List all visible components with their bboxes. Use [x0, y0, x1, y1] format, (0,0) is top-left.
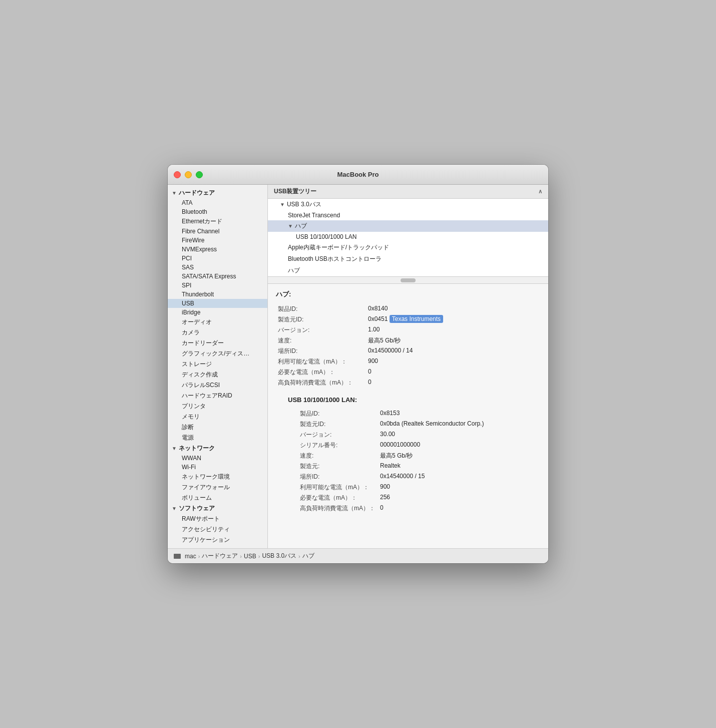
tree-area: ▼ USB 3.0バス StoreJet Transcend ▼ ハブ USB … — [268, 199, 548, 277]
label: 速度: — [276, 335, 366, 346]
scrollbar-thumb[interactable] — [401, 278, 416, 282]
sidebar-item-network-env[interactable]: ネットワーク環境 — [168, 472, 267, 482]
sidebar-item-ata[interactable]: ATA — [168, 198, 267, 207]
sidebar-section-hardware[interactable]: ▼ ハードウェア — [168, 188, 267, 198]
sidebar-item-diagnostics[interactable]: 診断 — [168, 422, 267, 433]
tree-row-usb30[interactable]: ▼ USB 3.0バス — [268, 199, 548, 210]
section-hardware-label: ハードウェア — [179, 189, 215, 197]
detail-area[interactable]: ハブ: 製品ID: 0x8140 製造元ID: 0x0451 Texas Ins… — [268, 284, 548, 548]
breadcrumb-item-4[interactable]: ハブ — [302, 552, 314, 560]
value: 900 — [378, 482, 540, 493]
tree-arrow-icon: ▼ — [280, 202, 285, 207]
sidebar-item-ethernet[interactable]: Ethernetカード — [168, 216, 267, 227]
sidebar-item-graphics[interactable]: グラフィックス/ディス… — [168, 348, 267, 359]
value: 0x14500000 / 14 — [366, 346, 540, 356]
label: バージョン: — [276, 325, 366, 335]
maximize-button[interactable] — [196, 171, 203, 178]
scrollbar-area — [268, 277, 548, 284]
table-row: シリアル番号: 000001000000 — [288, 440, 540, 451]
sidebar-item-camera[interactable]: カメラ — [168, 327, 267, 338]
sidebar-item-wwan[interactable]: WWAN — [168, 454, 267, 463]
tree-row-hub[interactable]: ▼ ハブ — [268, 220, 548, 232]
value: 0 — [366, 378, 540, 388]
value: 900 — [366, 356, 540, 367]
arrow-icon: ▼ — [172, 190, 177, 196]
label: 利用可能な電流（mA）： — [288, 482, 378, 493]
separator-2: › — [240, 553, 242, 559]
close-button[interactable] — [174, 171, 181, 178]
tree-row-hub2[interactable]: ハブ — [268, 265, 548, 276]
table-row: 必要な電流（mA）： 256 — [288, 493, 540, 503]
label: 速度: — [288, 451, 378, 461]
sidebar-item-bluetooth[interactable]: Bluetooth — [168, 207, 267, 216]
tree-row-label: ハブ — [288, 266, 300, 275]
tree-row-lan[interactable]: USB 10/100/1000 LAN — [268, 232, 548, 242]
sidebar-item-disk-utility[interactable]: ディスク作成 — [168, 370, 267, 380]
table-row: 利用可能な電流（mA）： 900 — [276, 356, 540, 367]
breadcrumb-item-3[interactable]: USB 3.0バス — [262, 552, 296, 560]
sidebar-section-software[interactable]: ▼ ソフトウェア — [168, 503, 267, 514]
lan-section-title: USB 10/100/1000 LAN: — [288, 396, 540, 404]
sidebar-item-hardware-raid[interactable]: ハードウェアRAID — [168, 391, 267, 401]
window-controls — [174, 171, 203, 178]
sidebar-item-applications[interactable]: アプリケーション — [168, 535, 267, 545]
label: 製造元: — [288, 461, 378, 472]
tree-row-label: ハブ — [295, 222, 307, 230]
sidebar-item-firewall[interactable]: ファイアウォール — [168, 482, 267, 493]
sidebar-item-ibridge[interactable]: iBridge — [168, 308, 267, 317]
arrow-icon-network: ▼ — [172, 446, 177, 451]
lan-detail-table: 製品ID: 0x8153 製造元ID: 0x0bda (Realtek Semi… — [288, 409, 540, 514]
minimize-button[interactable] — [185, 171, 192, 178]
tree-row-label: StoreJet Transcend — [288, 212, 340, 219]
label: 場所ID: — [276, 346, 366, 356]
value: 0x0451 Texas Instruments — [366, 314, 540, 325]
tree-row-bt-usb[interactable]: Bluetooth USBホストコントローラ — [268, 253, 548, 265]
sidebar-item-sata[interactable]: SATA/SATA Express — [168, 272, 267, 281]
label: バージョン: — [288, 430, 378, 440]
breadcrumb-item-0[interactable]: mac — [185, 553, 196, 560]
sidebar-item-firewire[interactable]: FireWire — [168, 236, 267, 245]
value: 0 — [378, 503, 540, 514]
table-row: 速度: 最高5 Gb/秒 — [276, 335, 540, 346]
tree-row-storejet[interactable]: StoreJet Transcend — [268, 210, 548, 220]
texas-instruments-badge: Texas Instruments — [390, 315, 443, 323]
sidebar-item-accessibility[interactable]: アクセシビリティ — [168, 524, 267, 535]
sidebar-item-thunderbolt[interactable]: Thunderbolt — [168, 290, 267, 299]
label: シリアル番号: — [288, 440, 378, 451]
value: 0x14540000 / 15 — [378, 472, 540, 482]
sidebar-item-audio[interactable]: オーディオ — [168, 317, 267, 327]
sidebar-item-memory[interactable]: メモリ — [168, 412, 267, 422]
table-row: 製品ID: 0x8153 — [288, 409, 540, 419]
sidebar-item-wifi[interactable]: Wi-Fi — [168, 463, 267, 472]
breadcrumb-item-2[interactable]: USB — [244, 553, 256, 560]
window-title: MacBook Pro — [337, 171, 379, 178]
value: 1.00 — [366, 325, 540, 335]
sidebar-section-network[interactable]: ▼ ネットワーク — [168, 443, 267, 454]
sidebar-item-raw[interactable]: RAWサポート — [168, 514, 267, 524]
tree-row-keyboard[interactable]: Apple内蔵キーボード/トラックパッド — [268, 242, 548, 253]
sidebar-item-cardreader[interactable]: カードリーダー — [168, 338, 267, 348]
sidebar-item-fibre[interactable]: Fibre Channel — [168, 227, 267, 236]
sidebar-item-volume[interactable]: ボリューム — [168, 493, 267, 503]
collapse-icon[interactable]: ∧ — [538, 188, 542, 195]
sidebar-item-storage[interactable]: ストレージ — [168, 359, 267, 370]
sidebar-item-pci[interactable]: PCI — [168, 254, 267, 263]
breadcrumb-item-1[interactable]: ハードウェア — [202, 552, 238, 560]
sidebar-item-spi[interactable]: SPI — [168, 281, 267, 290]
computer-icon — [174, 554, 181, 559]
sidebar-item-usb[interactable]: USB — [168, 299, 267, 308]
table-row: 製造元: Realtek — [288, 461, 540, 472]
table-row: 製造元ID: 0x0451 Texas Instruments — [276, 314, 540, 325]
label: 製品ID: — [288, 409, 378, 419]
sidebar-item-power[interactable]: 電源 — [168, 433, 267, 443]
arrow-icon-software: ▼ — [172, 506, 177, 511]
value: 0 — [366, 367, 540, 378]
value: 最高5 Gb/秒 — [378, 451, 540, 461]
sidebar-item-printer[interactable]: プリンタ — [168, 401, 267, 412]
label: 高負荷時消費電流（mA）： — [276, 378, 366, 388]
separator-3: › — [258, 553, 260, 559]
sidebar-item-sas[interactable]: SAS — [168, 263, 267, 272]
sidebar-item-nvme[interactable]: NVMExpress — [168, 245, 267, 254]
main-panel: USB装置ツリー ∧ ▼ USB 3.0バス StoreJet Transcen… — [268, 185, 548, 548]
sidebar-item-parallel-scsi[interactable]: パラレルSCSI — [168, 380, 267, 391]
